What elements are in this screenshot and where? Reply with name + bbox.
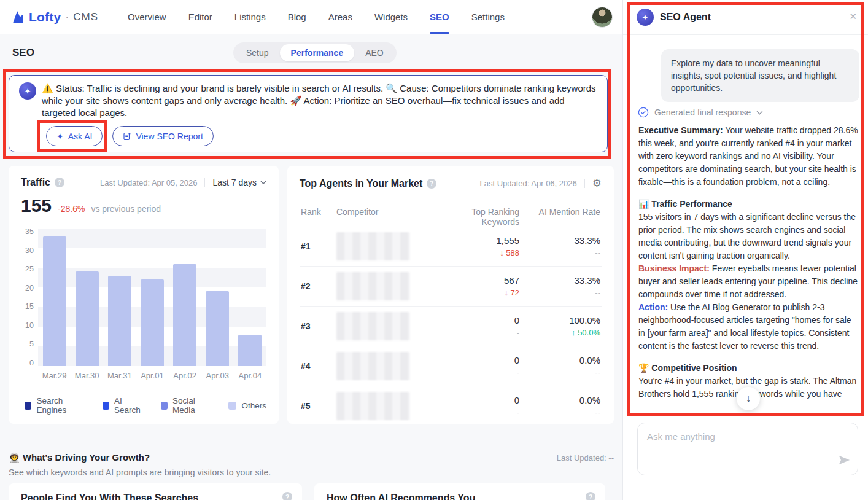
divider bbox=[584, 179, 585, 188]
keywords-cell: 0- bbox=[440, 315, 519, 337]
x-tick-label: Mar.31 bbox=[104, 371, 136, 380]
rank-cell: #5 bbox=[301, 401, 336, 411]
view-seo-report-button[interactable]: View SEO Report bbox=[112, 126, 213, 146]
ai-sparkle-icon: ✦ bbox=[19, 82, 36, 100]
seo-agent-panel: ✦ SEO Agent ✕ Explore my data to uncover… bbox=[622, 0, 868, 500]
gear-icon[interactable]: ⚙ bbox=[592, 177, 602, 190]
tab-aeo[interactable]: AEO bbox=[354, 44, 395, 61]
help-icon[interactable]: ? bbox=[282, 492, 292, 500]
top-nav: Lofty · CMS OverviewEditorListingsBlogAr… bbox=[0, 0, 622, 34]
competitor-cell bbox=[336, 392, 440, 420]
date-range-dropdown[interactable]: Last 7 days bbox=[212, 178, 266, 187]
x-tick-label: Apr.01 bbox=[136, 371, 168, 380]
chat-input-wrap bbox=[637, 423, 858, 475]
y-tick-label: 10 bbox=[25, 322, 34, 329]
chat-input[interactable] bbox=[637, 423, 858, 475]
competitive-position-heading: 🏆 Competitive Position bbox=[638, 362, 859, 375]
table-row: #40-0.0%-- bbox=[300, 346, 602, 386]
traffic-bar bbox=[206, 291, 229, 366]
col-keywords: Top Ranking Keywords bbox=[440, 207, 519, 227]
agents-table-header: Rank Competitor Top Ranking Keywords AI … bbox=[300, 207, 602, 227]
action-text: Use the AI Blog Generator to publish 2-3… bbox=[638, 302, 851, 351]
legend-item: Social Media bbox=[161, 396, 214, 415]
y-tick-label: 25 bbox=[25, 266, 34, 272]
competitor-blurred bbox=[336, 232, 410, 260]
legend-item: Others bbox=[228, 396, 266, 415]
send-button[interactable] bbox=[837, 453, 851, 469]
rank-cell: #2 bbox=[301, 281, 336, 291]
tab-setup[interactable]: Setup bbox=[235, 44, 280, 61]
traffic-card: Traffic ? Last Updated: Apr 05, 2026 Las… bbox=[9, 166, 279, 424]
ai-recommends-card-title: How Often AI Recommends You bbox=[327, 493, 593, 500]
agents-table-body: #11,555↓ 58833.3%--#2567↓ 7233.3%--#30-1… bbox=[300, 227, 602, 424]
send-icon bbox=[837, 453, 851, 467]
keywords-cell: 1,555↓ 588 bbox=[440, 235, 519, 257]
col-rank: Rank bbox=[301, 207, 336, 227]
keywords-cell: 567↓ 72 bbox=[440, 275, 519, 297]
legend-item: AI Search bbox=[103, 396, 146, 415]
ask-ai-button[interactable]: ✦ Ask AI bbox=[46, 126, 103, 146]
y-tick-label: 0 bbox=[29, 360, 34, 366]
y-tick-label: 15 bbox=[25, 303, 34, 310]
banner-buttons: ✦ Ask AI View SEO Report bbox=[46, 126, 214, 146]
banner-message: ⚠️ Status: Traffic is declining and your… bbox=[42, 82, 596, 119]
scroll-down-button[interactable]: ↓ bbox=[737, 387, 760, 410]
action-label: Action: bbox=[638, 302, 668, 312]
x-tick-label: Apr.02 bbox=[169, 371, 201, 380]
generated-response-toggle[interactable]: Generated final response bbox=[638, 107, 763, 118]
help-icon[interactable]: ? bbox=[427, 179, 436, 189]
help-icon[interactable]: ? bbox=[586, 492, 595, 500]
traffic-bar bbox=[43, 236, 66, 366]
nav-item-widgets[interactable]: Widgets bbox=[374, 0, 408, 34]
chart-y-axis: 35302520151050 bbox=[21, 229, 38, 366]
brand-suffix: CMS bbox=[73, 11, 98, 23]
traffic-values: 155 -28.6% vs previous period bbox=[21, 195, 266, 216]
page-tabs: SetupPerformanceAEO bbox=[233, 42, 397, 63]
mention-cell: 0.0%-- bbox=[519, 395, 600, 417]
competitor-blurred bbox=[336, 352, 410, 380]
col-mention: AI Mention Rate bbox=[519, 207, 600, 227]
ai-status-banner: ✦ ⚠️ Status: Traffic is declining and yo… bbox=[9, 75, 608, 152]
nav-item-listings[interactable]: Listings bbox=[234, 0, 266, 34]
page-header: SEO SetupPerformanceAEO bbox=[0, 34, 622, 71]
rank-cell: #4 bbox=[301, 361, 336, 371]
traffic-card-header: Traffic ? Last Updated: Apr 05, 2026 Las… bbox=[21, 177, 266, 188]
table-row: #50-0.0%-- bbox=[300, 386, 602, 424]
nav-item-seo[interactable]: SEO bbox=[430, 0, 449, 34]
avatar[interactable] bbox=[592, 7, 613, 28]
y-tick-label: 20 bbox=[25, 285, 34, 291]
sparkle-icon: ✦ bbox=[56, 131, 64, 141]
brand[interactable]: Lofty · CMS bbox=[11, 10, 98, 25]
help-icon[interactable]: ? bbox=[55, 178, 64, 187]
agents-card-header: Top Agents in Your Market ? Last Updated… bbox=[300, 177, 602, 190]
x-tick-label: Mar.29 bbox=[39, 371, 71, 380]
traffic-value: 155 bbox=[21, 195, 52, 216]
tab-performance[interactable]: Performance bbox=[280, 44, 355, 61]
growth-subtitle: See which keywords and AI prompts are br… bbox=[9, 467, 614, 477]
traffic-title: Traffic bbox=[21, 177, 50, 188]
circle-check-icon bbox=[638, 107, 649, 118]
y-tick-label: 30 bbox=[25, 248, 34, 254]
mention-cell: 0.0%-- bbox=[519, 355, 600, 377]
competitor-cell bbox=[336, 272, 440, 300]
nav-item-settings[interactable]: Settings bbox=[471, 0, 505, 34]
x-tick-label: Apr.04 bbox=[234, 371, 266, 380]
nav-item-blog[interactable]: Blog bbox=[288, 0, 306, 34]
close-icon[interactable]: ✕ bbox=[849, 11, 857, 22]
table-row: #2567↓ 7233.3%-- bbox=[300, 267, 602, 307]
nav-item-editor[interactable]: Editor bbox=[188, 0, 212, 34]
mention-cell: 33.3%-- bbox=[519, 275, 600, 297]
competitor-cell bbox=[336, 232, 440, 260]
col-competitor: Competitor bbox=[336, 207, 440, 227]
nav-item-areas[interactable]: Areas bbox=[328, 0, 352, 34]
nav-item-overview[interactable]: Overview bbox=[128, 0, 166, 34]
table-row: #30-100.0%↑ 50.0% bbox=[300, 307, 602, 346]
chart-plot bbox=[38, 229, 266, 366]
document-icon bbox=[123, 132, 131, 141]
x-tick-label: Mar.30 bbox=[71, 371, 103, 380]
rank-cell: #3 bbox=[301, 321, 336, 331]
traffic-bar bbox=[76, 271, 99, 366]
traffic-chart: 35302520151050 bbox=[21, 229, 266, 366]
traffic-delta: -28.6% bbox=[58, 204, 85, 214]
searches-card: People Find You With These Searches ? bbox=[9, 483, 302, 500]
